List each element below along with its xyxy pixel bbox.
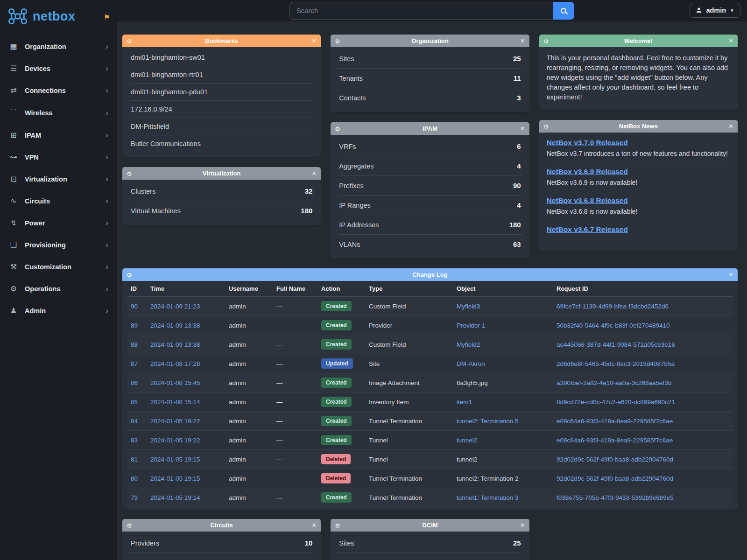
gear-icon[interactable]: ⚙ — [127, 170, 132, 177]
changelog-time-link[interactable]: 2024-01-08 17:28 — [150, 360, 200, 367]
user-menu-button[interactable]: admin ▼ — [690, 3, 740, 18]
gear-icon[interactable]: ⚙ — [335, 522, 340, 529]
sidebar-item-virtualization[interactable]: ⊡Virtualization› — [0, 168, 117, 190]
changelog-id-link[interactable]: 87 — [131, 360, 138, 367]
changelog-request-id-link[interactable]: ae445066-387d-44f1-9084-572a05ce3e16 — [557, 341, 675, 348]
netbox-logo[interactable]: netbox ⚑ — [0, 0, 117, 32]
changelog-id-link[interactable]: 79 — [131, 494, 138, 501]
stat-value[interactable]: 25 — [513, 539, 521, 547]
close-icon[interactable]: × — [312, 170, 316, 177]
news-headline-link[interactable]: NetBox v3.6.7 Released — [547, 225, 628, 234]
changelog-request-id-link[interactable]: 2d6d6e8f-5465-45dc-8ec3-2019d4087b5a — [557, 360, 675, 367]
bookmark-item[interactable]: 172.16.0.9/24 — [130, 101, 313, 118]
changelog-object-link[interactable]: tunnel1: Termination 3 — [457, 494, 519, 501]
changelog-time-link[interactable]: 2024-01-08 15:14 — [150, 399, 200, 406]
changelog-request-id-link[interactable]: 92d02d9c-562f-49f0-baa8-adb22904760d — [557, 475, 673, 482]
stat-value[interactable]: 25 — [513, 55, 521, 63]
changelog-time-link[interactable]: 2024-01-08 15:45 — [150, 379, 200, 386]
changelog-time-link[interactable]: 2024-01-05 19:15 — [150, 456, 200, 463]
gear-icon[interactable]: ⚙ — [543, 123, 549, 130]
bookmark-item[interactable]: dmi01-binghamton-rtr01 — [130, 66, 313, 84]
stat-value[interactable]: 11 — [514, 74, 521, 82]
news-headline-link[interactable]: NetBox v3.6.9 Released — [547, 168, 628, 176]
sidebar-pin-flag-icon[interactable]: ⚑ — [104, 13, 110, 22]
stat-value[interactable]: 90 — [513, 182, 521, 189]
sidebar-item-devices[interactable]: ☰Devices› — [0, 57, 117, 79]
changelog-id-link[interactable]: 80 — [131, 475, 138, 482]
sidebar-item-ipam[interactable]: ⊞IPAM› — [0, 124, 117, 146]
changelog-object-link[interactable]: item1 — [457, 399, 472, 406]
changelog-time-link[interactable]: 2024-01-05 19:22 — [150, 437, 200, 444]
changelog-id-link[interactable]: 84 — [131, 418, 138, 425]
bookmark-item[interactable]: Butler Communications — [130, 135, 313, 152]
changelog-time-link[interactable]: 2024-01-05 19:14 — [150, 494, 200, 501]
changelog-id-link[interactable]: 89 — [131, 322, 138, 329]
sidebar-item-customization[interactable]: ⚒Customization› — [0, 256, 117, 278]
close-icon[interactable]: × — [312, 522, 316, 529]
changelog-time-link[interactable]: 2024-01-09 13:38 — [150, 341, 200, 348]
stat-value[interactable]: 180 — [301, 207, 312, 215]
close-icon[interactable]: × — [520, 125, 524, 133]
changelog-request-id-link[interactable]: e09c64a6-93f3-419a-8ea9-229585f7c6ae — [557, 418, 673, 425]
changelog-request-id-link[interactable]: a390fbef-2a82-4e10-aa0a-3c268aa5ef3b — [557, 379, 671, 386]
search-button[interactable] — [553, 2, 574, 20]
gear-icon[interactable]: ⚙ — [335, 125, 340, 132]
sidebar-item-operations[interactable]: ⚙Operations› — [0, 278, 117, 300]
bookmark-item[interactable]: DM-Pittsfield — [130, 118, 313, 135]
sidebar-item-organization[interactable]: ▦Organization› — [0, 35, 117, 57]
sidebar-item-wireless[interactable]: ⌒Wireless› — [0, 101, 117, 124]
stat-value[interactable]: 10 — [305, 539, 313, 547]
stat-value[interactable]: 4 — [517, 201, 521, 209]
changelog-object-link[interactable]: Myfield3 — [457, 303, 480, 310]
changelog-time-link[interactable]: 2024-01-05 19:22 — [150, 418, 200, 425]
stat-value[interactable]: 32 — [305, 187, 313, 195]
gear-icon[interactable]: ⚙ — [127, 522, 132, 529]
news-headline-link[interactable]: NetBox v3.7.0 Released — [547, 139, 628, 147]
changelog-time-link[interactable]: 2024-01-05 19:15 — [150, 475, 200, 482]
changelog-object-link[interactable]: tunnel2 — [457, 437, 477, 444]
stat-value[interactable]: 180 — [509, 221, 521, 229]
changelog-id-link[interactable]: 85 — [131, 399, 138, 406]
changelog-request-id-link[interactable]: 69fce7cf-1139-4d99-bfea-f3dcbd2452d6 — [557, 303, 669, 310]
stat-value[interactable]: 4 — [517, 162, 521, 170]
search-input[interactable] — [289, 2, 553, 20]
gear-icon[interactable]: ⚙ — [543, 37, 549, 44]
changelog-object-link[interactable]: tunnel2: Termination 5 — [457, 418, 519, 425]
sidebar-item-admin[interactable]: ♟Admin› — [0, 300, 117, 322]
changelog-time-link[interactable]: 2024-01-09 21:23 — [150, 303, 200, 310]
stat-value[interactable]: 6 — [517, 142, 521, 150]
close-icon[interactable]: × — [729, 271, 733, 279]
close-icon[interactable]: × — [520, 522, 524, 529]
changelog-id-link[interactable]: 88 — [131, 341, 138, 348]
stat-value[interactable]: 63 — [513, 240, 521, 248]
gear-icon[interactable]: ⚙ — [335, 37, 340, 44]
news-headline-link[interactable]: NetBox v3.6.8 Released — [547, 196, 628, 205]
close-icon[interactable]: × — [729, 37, 733, 45]
changelog-request-id-link[interactable]: f038e755-705e-47f3-9433-5392b9e6b9e5 — [557, 494, 674, 501]
sidebar-item-vpn[interactable]: ⊶VPN› — [0, 146, 117, 168]
changelog-id-link[interactable]: 83 — [131, 437, 138, 444]
changelog-request-id-link[interactable]: 92d02d9c-562f-49f0-baa8-adb22904760d — [557, 456, 673, 463]
close-icon[interactable]: × — [729, 123, 733, 130]
changelog-request-id-link[interactable]: 50b32f40-5464-4f9c-b83f-0ef270489410 — [557, 322, 669, 329]
changelog-request-id-link[interactable]: 8d9cd72e-cd0c-47c2-a620-dc899a690c21 — [557, 399, 675, 406]
stat-value[interactable]: 3 — [517, 94, 521, 102]
changelog-request-id-link[interactable]: e09c64a6-93f3-419a-8ea9-229585f7c6ae — [557, 437, 673, 444]
changelog-object-link[interactable]: DM-Akron — [457, 360, 485, 367]
sidebar-item-connections[interactable]: ⇄Connections› — [0, 79, 117, 101]
changelog-id-link[interactable]: 86 — [131, 379, 138, 386]
changelog-id-link[interactable]: 81 — [131, 456, 138, 463]
sidebar-item-power[interactable]: ↯Power› — [0, 212, 117, 234]
changelog-object-link[interactable]: Provider 1 — [457, 322, 486, 329]
sidebar-item-provisioning[interactable]: ❏Provisioning› — [0, 234, 117, 256]
close-icon[interactable]: × — [520, 37, 524, 45]
sidebar-item-circuits[interactable]: ∿Circuits› — [0, 190, 117, 212]
changelog-time-link[interactable]: 2024-01-09 13:38 — [150, 322, 200, 329]
bookmark-item[interactable]: dmi01-binghamton-pdu01 — [130, 84, 313, 101]
gear-icon[interactable]: ⚙ — [127, 271, 132, 278]
close-icon[interactable]: × — [312, 37, 316, 45]
gear-icon[interactable]: ⚙ — [127, 37, 132, 44]
bookmark-item[interactable]: dmi01-binghamton-sw01 — [130, 49, 313, 66]
changelog-object-link[interactable]: Myfield2 — [457, 341, 480, 348]
changelog-id-link[interactable]: 90 — [131, 303, 138, 310]
